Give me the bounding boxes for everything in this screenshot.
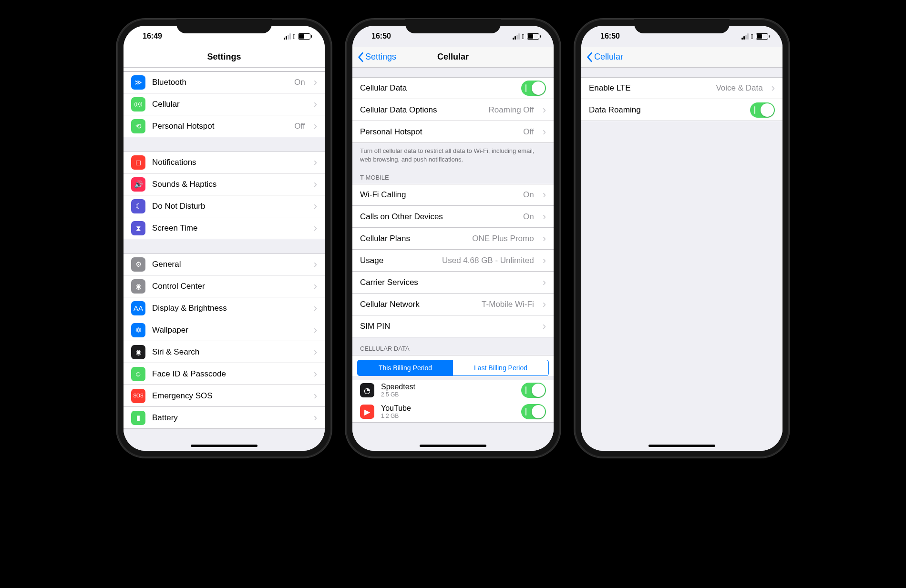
billing-period-segmented[interactable]: This Billing Period Last Billing Period <box>357 360 549 376</box>
app-usage: 1.2 GB <box>381 413 515 419</box>
group-footer: Turn off cellular data to restrict all d… <box>352 143 554 166</box>
chevron-right-icon: › <box>314 368 317 380</box>
cellular-options-list[interactable]: Enable LTEVoice & Data› Data Roaming <box>581 68 782 451</box>
chevron-right-icon: › <box>314 280 317 293</box>
settings-row[interactable]: ◻ Notifications › <box>124 152 325 173</box>
settings-row[interactable]: 🔊 Sounds & Haptics › <box>124 173 325 195</box>
settings-row[interactable]: Carrier Services› <box>352 272 554 294</box>
settings-row[interactable]: ☾ Do Not Disturb › <box>124 195 325 217</box>
settings-row[interactable]: SIM PIN› <box>352 315 554 337</box>
settings-list[interactable]: ≫ Bluetooth On › ((•)) Cellular › ⟲ Pers… <box>124 68 325 451</box>
wifi-icon: 􀙇 <box>293 32 296 41</box>
row-label: Sounds & Haptics <box>152 180 305 189</box>
chevron-right-icon: › <box>314 120 317 132</box>
settings-row[interactable]: Wi-Fi CallingOn› <box>352 184 554 206</box>
back-button[interactable]: Cellular <box>581 52 623 62</box>
settings-row[interactable]: ◉ Control Center › <box>124 275 325 297</box>
settings-row[interactable]: SOS Emergency SOS › <box>124 385 325 407</box>
toggle-switch[interactable] <box>521 404 546 419</box>
row-label: Cellular <box>152 100 305 109</box>
chevron-right-icon: › <box>314 222 317 234</box>
row-label: General <box>152 260 305 269</box>
row-label: Screen Time <box>152 223 305 233</box>
row-label: Personal Hotspot <box>152 122 288 131</box>
home-indicator[interactable] <box>420 445 486 447</box>
row-label: Cellular Data <box>360 83 515 93</box>
row-label: Cellular Plans <box>360 234 465 243</box>
home-indicator[interactable] <box>191 445 257 447</box>
settings-row[interactable]: Cellular PlansONE Plus Promo› <box>352 228 554 250</box>
settings-row[interactable]: ⚙ General › <box>124 253 325 275</box>
row-label: Display & Brightness <box>152 304 305 313</box>
settings-row[interactable]: ◉ Siri & Search › <box>124 341 325 363</box>
chevron-left-icon <box>586 52 593 62</box>
chevron-left-icon <box>357 52 364 62</box>
controlcenter-icon: ◉ <box>131 279 145 294</box>
row-label: Data Roaming <box>589 105 743 115</box>
settings-row[interactable]: AA Display & Brightness › <box>124 297 325 319</box>
dnd-icon: ☾ <box>131 199 145 213</box>
row-value: T-Mobile Wi-Fi <box>482 300 534 309</box>
row-label: Wallpaper <box>152 325 305 335</box>
row-label: Usage <box>360 256 435 265</box>
faceid-icon: ☺ <box>131 367 145 381</box>
settings-row[interactable]: ⟲ Personal Hotspot Off › <box>124 115 325 137</box>
settings-row[interactable]: Enable LTEVoice & Data› <box>581 77 782 99</box>
app-name: YouTube <box>381 404 515 413</box>
notch <box>176 19 272 33</box>
phone-frame-3: 16:50 􀙇 Cellular Enable LTEVoice & Data›… <box>575 19 789 457</box>
settings-row[interactable]: ((•)) Cellular › <box>124 93 325 115</box>
toggle-switch[interactable] <box>521 81 546 96</box>
settings-row[interactable]: Data Roaming <box>581 99 782 121</box>
chevron-right-icon: › <box>314 346 317 358</box>
row-label: Enable LTE <box>589 83 709 93</box>
settings-row[interactable]: Calls on Other DevicesOn› <box>352 206 554 228</box>
row-value: Roaming Off <box>489 105 534 115</box>
row-label: Cellular Network <box>360 300 475 309</box>
settings-row[interactable]: Cellular Data <box>352 77 554 99</box>
row-label: Control Center <box>152 282 305 291</box>
notifications-icon: ◻ <box>131 155 145 170</box>
settings-row[interactable]: Cellular NetworkT-Mobile Wi-Fi› <box>352 294 554 315</box>
chevron-right-icon: › <box>314 390 317 402</box>
home-indicator[interactable] <box>649 445 715 447</box>
toggle-switch[interactable] <box>521 383 546 398</box>
sounds-icon: 🔊 <box>131 177 145 192</box>
settings-row[interactable]: ❁ Wallpaper › <box>124 319 325 341</box>
hotspot-icon: ⟲ <box>131 119 145 133</box>
settings-row[interactable]: ▮ Battery › <box>124 407 325 429</box>
battery-icon <box>527 33 539 40</box>
status-time: 16:50 <box>600 32 620 41</box>
segment-last-period[interactable]: Last Billing Period <box>453 360 548 375</box>
chevron-right-icon: › <box>543 189 546 201</box>
chevron-right-icon: › <box>543 320 546 333</box>
row-value: Used 4.68 GB - Unlimited <box>442 256 534 265</box>
settings-row[interactable]: Personal HotspotOff› <box>352 121 554 143</box>
wifi-icon: 􀙇 <box>522 32 525 41</box>
phone-frame-1: 16:49 􀙇 Settings ≫ Bluetooth On › ((•)) … <box>117 19 331 457</box>
settings-row[interactable]: ⧗ Screen Time › <box>124 217 325 239</box>
row-label: Carrier Services <box>360 278 534 287</box>
chevron-right-icon: › <box>314 324 317 336</box>
toggle-switch[interactable] <box>750 102 775 118</box>
siri-icon: ◉ <box>131 345 145 359</box>
cellular-list[interactable]: Cellular Data Cellular Data OptionsRoami… <box>352 68 554 451</box>
back-button[interactable]: Settings <box>352 52 396 62</box>
app-usage-row[interactable]: ◔ Speedtest 2.5 GB <box>352 380 554 401</box>
app-usage-row[interactable]: ▶ YouTube 1.2 GB <box>352 401 554 423</box>
status-time: 16:49 <box>143 32 162 41</box>
notch <box>405 19 501 33</box>
status-time: 16:50 <box>371 32 391 41</box>
row-label: Do Not Disturb <box>152 202 305 211</box>
settings-row[interactable]: UsageUsed 4.68 GB - Unlimited› <box>352 250 554 272</box>
chevron-right-icon: › <box>543 233 546 245</box>
chevron-right-icon: › <box>314 156 317 169</box>
settings-row[interactable]: ☺ Face ID & Passcode › <box>124 363 325 385</box>
general-icon: ⚙ <box>131 257 145 272</box>
settings-row[interactable]: Cellular Data OptionsRoaming Off› <box>352 99 554 121</box>
settings-row[interactable]: ≫ Bluetooth On › <box>124 71 325 93</box>
row-label: Siri & Search <box>152 347 305 357</box>
nav-bar: Settings <box>124 47 325 68</box>
segment-this-period[interactable]: This Billing Period <box>358 360 453 375</box>
chevron-right-icon: › <box>772 82 775 94</box>
